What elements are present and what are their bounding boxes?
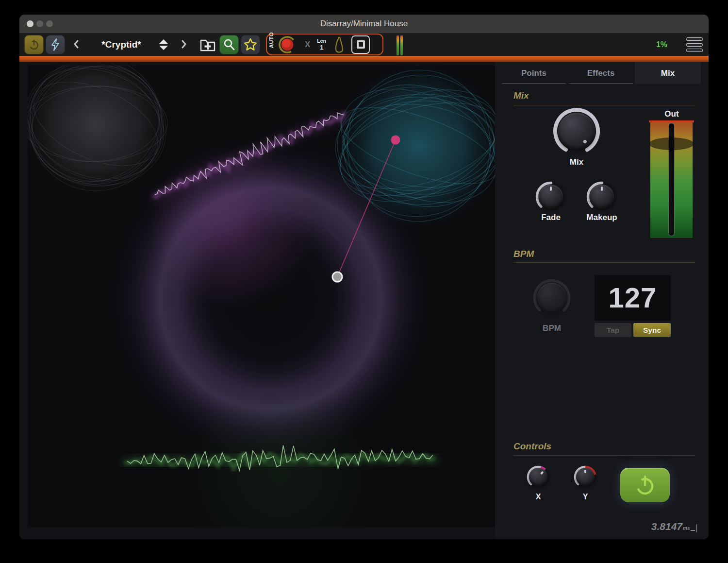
section-divider bbox=[513, 262, 695, 263]
up-arrow-icon bbox=[159, 39, 168, 44]
toolbar: *Cryptid* AUTO bbox=[19, 33, 709, 56]
x-knob-label: X bbox=[536, 493, 541, 501]
mix-section-heading: Mix bbox=[513, 90, 529, 101]
tab-bar: Points Effects Mix bbox=[495, 62, 709, 84]
latency-unit: ms bbox=[683, 526, 690, 531]
section-divider bbox=[513, 455, 695, 456]
len-value: 1 bbox=[317, 44, 326, 51]
fade-knob[interactable] bbox=[535, 181, 567, 213]
tab-effects[interactable]: Effects bbox=[568, 62, 634, 84]
latency-value: 3.8147 bbox=[651, 521, 682, 532]
len-label: Len bbox=[317, 38, 326, 44]
bypass-power-button[interactable] bbox=[24, 35, 44, 54]
makeup-knob-label: Makeup bbox=[586, 213, 617, 222]
length-control[interactable]: Len 1 bbox=[317, 38, 326, 51]
bpm-value-display[interactable]: 127 bbox=[595, 275, 671, 321]
lightning-icon bbox=[50, 38, 61, 51]
fade-knob-label: Fade bbox=[541, 213, 561, 222]
cpu-usage: 1% bbox=[643, 33, 667, 56]
tab-points[interactable]: Points bbox=[501, 62, 567, 84]
plugin-window: Disarray/Minimal House *Cryptid* bbox=[19, 15, 709, 539]
meter-clip-indicator bbox=[649, 120, 694, 122]
randomize-button[interactable] bbox=[46, 35, 65, 54]
output-level-meter[interactable] bbox=[650, 121, 693, 238]
record-arc-icon bbox=[278, 35, 297, 54]
auto-label: AUTO bbox=[268, 41, 274, 48]
tap-tempo-button[interactable]: Tap bbox=[595, 323, 631, 337]
record-automation-button[interactable] bbox=[278, 35, 297, 54]
favorite-button[interactable] bbox=[241, 35, 260, 54]
section-divider bbox=[513, 105, 695, 105]
titlebar: Disarray/Minimal House bbox=[19, 15, 709, 33]
y-knob[interactable] bbox=[573, 465, 597, 489]
side-panel: Points Effects Mix Mix bbox=[495, 62, 709, 539]
underscore bbox=[691, 530, 695, 531]
folder-plus-icon bbox=[199, 37, 216, 52]
preset-name[interactable]: *Cryptid* bbox=[83, 33, 160, 56]
star-icon bbox=[243, 37, 258, 52]
mix-knob-label: Mix bbox=[570, 157, 583, 167]
accent-divider bbox=[19, 56, 709, 62]
power-icon bbox=[634, 474, 656, 496]
latency-field[interactable]: 3.8147ms bbox=[651, 521, 697, 532]
bpm-section-heading: BPM bbox=[513, 249, 534, 259]
output-fader-handle[interactable] bbox=[649, 137, 694, 150]
sync-button[interactable]: Sync bbox=[633, 323, 671, 337]
loop-region-button[interactable] bbox=[351, 35, 370, 54]
screenshot-root: Disarray/Minimal House *Cryptid* bbox=[0, 0, 728, 563]
engine-power-button[interactable] bbox=[620, 468, 670, 502]
power-icon bbox=[28, 39, 40, 51]
main-content: Points Effects Mix Mix bbox=[19, 62, 709, 539]
out-meter-label: Out bbox=[664, 109, 678, 119]
meter-bar-right bbox=[400, 35, 403, 55]
gray-point-handle[interactable] bbox=[332, 272, 342, 282]
bpm-knob-label: BPM bbox=[543, 324, 561, 333]
controls-section-heading: Controls bbox=[513, 441, 551, 452]
metronome-icon[interactable] bbox=[333, 36, 346, 53]
mix-knob[interactable] bbox=[552, 107, 601, 155]
hamburger-icon bbox=[686, 37, 703, 41]
io-level-meter bbox=[397, 35, 403, 55]
preset-next-button[interactable] bbox=[181, 38, 187, 51]
makeup-knob[interactable] bbox=[586, 181, 618, 213]
search-icon bbox=[223, 38, 235, 51]
text-cursor bbox=[696, 524, 697, 532]
y-knob-label: Y bbox=[583, 493, 588, 501]
pink-point-handle[interactable] bbox=[391, 136, 400, 145]
preset-prev-button[interactable] bbox=[73, 38, 80, 51]
menu-button[interactable] bbox=[686, 37, 703, 52]
visualizer-scene bbox=[28, 66, 495, 527]
save-preset-button[interactable] bbox=[198, 35, 217, 54]
bpm-knob[interactable] bbox=[532, 278, 572, 318]
window-title: Disarray/Minimal House bbox=[19, 15, 709, 33]
meter-bar-left bbox=[397, 35, 399, 55]
x-knob[interactable] bbox=[526, 465, 550, 489]
square-in-square-icon bbox=[357, 40, 365, 49]
tab-mix[interactable]: Mix bbox=[635, 62, 701, 84]
automation-group: AUTO X Len 1 bbox=[266, 34, 383, 55]
search-presets-button[interactable] bbox=[219, 35, 239, 54]
record-x-label[interactable]: X bbox=[305, 40, 310, 50]
down-arrow-icon bbox=[159, 46, 168, 50]
preset-browser-toggle[interactable] bbox=[159, 39, 168, 50]
xy-visualizer-canvas[interactable] bbox=[28, 66, 495, 527]
